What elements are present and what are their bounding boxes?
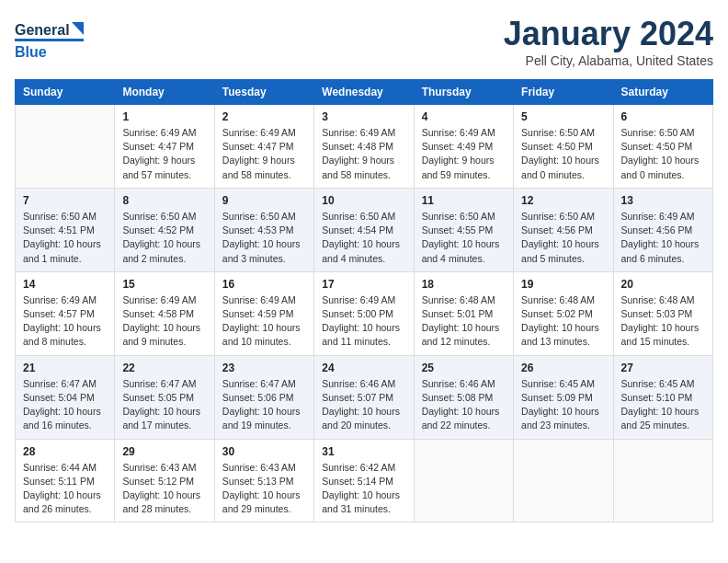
calendar-cell: 9Sunrise: 6:50 AMSunset: 4:53 PMDaylight… <box>214 188 313 271</box>
calendar-cell: 14Sunrise: 6:49 AMSunset: 4:57 PMDayligh… <box>16 271 115 355</box>
calendar-cell: 18Sunrise: 6:48 AMSunset: 5:01 PMDayligh… <box>414 271 513 355</box>
calendar-cell: 4Sunrise: 6:49 AMSunset: 4:49 PMDaylight… <box>414 105 513 189</box>
day-number: 8 <box>122 194 206 207</box>
day-info: Sunrise: 6:46 AMSunset: 5:08 PMDaylight:… <box>422 377 506 433</box>
calendar-cell: 31Sunrise: 6:42 AMSunset: 5:14 PMDayligh… <box>314 439 414 523</box>
day-number: 31 <box>322 445 405 458</box>
calendar-week-row: 1Sunrise: 6:49 AMSunset: 4:47 PMDaylight… <box>16 105 713 189</box>
day-info: Sunrise: 6:50 AMSunset: 4:50 PMDaylight:… <box>621 126 705 182</box>
calendar-header-saturday: Saturday <box>613 80 712 105</box>
calendar-cell: 16Sunrise: 6:49 AMSunset: 4:59 PMDayligh… <box>214 271 313 355</box>
day-info: Sunrise: 6:49 AMSunset: 4:47 PMDaylight:… <box>222 126 306 182</box>
day-number: 14 <box>23 278 107 291</box>
calendar-cell: 5Sunrise: 6:50 AMSunset: 4:50 PMDaylight… <box>514 105 613 189</box>
calendar-cell: 28Sunrise: 6:44 AMSunset: 5:11 PMDayligh… <box>16 439 115 523</box>
calendar-cell <box>414 439 513 523</box>
calendar-cell <box>613 439 712 523</box>
calendar-cell: 8Sunrise: 6:50 AMSunset: 4:52 PMDaylight… <box>115 188 214 271</box>
day-number: 27 <box>621 362 705 374</box>
day-number: 23 <box>222 362 306 374</box>
day-info: Sunrise: 6:49 AMSunset: 5:00 PMDaylight:… <box>322 293 405 350</box>
calendar-header-tuesday: Tuesday <box>214 80 313 105</box>
calendar-cell: 19Sunrise: 6:48 AMSunset: 5:02 PMDayligh… <box>514 271 613 355</box>
day-info: Sunrise: 6:49 AMSunset: 4:57 PMDaylight:… <box>23 293 107 350</box>
day-number: 30 <box>222 445 306 458</box>
calendar-header-wednesday: Wednesday <box>314 80 414 105</box>
svg-marker-1 <box>72 22 84 35</box>
day-info: Sunrise: 6:43 AMSunset: 5:12 PMDaylight:… <box>122 461 206 517</box>
day-info: Sunrise: 6:43 AMSunset: 5:13 PMDaylight:… <box>222 461 306 517</box>
day-number: 18 <box>422 278 506 291</box>
calendar-cell: 3Sunrise: 6:49 AMSunset: 4:48 PMDaylight… <box>314 105 414 189</box>
day-info: Sunrise: 6:50 AMSunset: 4:56 PMDaylight:… <box>521 210 605 266</box>
calendar-cell: 13Sunrise: 6:49 AMSunset: 4:56 PMDayligh… <box>613 188 712 271</box>
day-number: 22 <box>122 362 206 374</box>
day-number: 2 <box>222 110 306 123</box>
calendar-header-monday: Monday <box>115 80 214 105</box>
day-number: 10 <box>322 194 405 207</box>
day-info: Sunrise: 6:45 AMSunset: 5:10 PMDaylight:… <box>621 377 705 433</box>
day-info: Sunrise: 6:50 AMSunset: 4:52 PMDaylight:… <box>122 210 206 266</box>
calendar-cell: 1Sunrise: 6:49 AMSunset: 4:47 PMDaylight… <box>115 105 214 189</box>
day-number: 11 <box>422 194 506 207</box>
day-number: 20 <box>621 278 705 291</box>
day-number: 29 <box>122 445 206 458</box>
calendar-cell: 24Sunrise: 6:46 AMSunset: 5:07 PMDayligh… <box>314 355 414 439</box>
day-info: Sunrise: 6:47 AMSunset: 5:06 PMDaylight:… <box>222 377 306 433</box>
day-number: 7 <box>23 194 107 207</box>
calendar-cell: 2Sunrise: 6:49 AMSunset: 4:47 PMDaylight… <box>214 105 313 189</box>
calendar-cell: 25Sunrise: 6:46 AMSunset: 5:08 PMDayligh… <box>414 355 513 439</box>
day-info: Sunrise: 6:49 AMSunset: 4:56 PMDaylight:… <box>621 210 705 266</box>
page-header: General Blue January 2024 Pell City, Ala… <box>15 15 713 68</box>
day-number: 6 <box>621 110 705 123</box>
calendar-week-row: 28Sunrise: 6:44 AMSunset: 5:11 PMDayligh… <box>16 439 713 523</box>
day-info: Sunrise: 6:50 AMSunset: 4:50 PMDaylight:… <box>521 126 605 182</box>
day-number: 19 <box>521 278 605 291</box>
calendar-cell: 10Sunrise: 6:50 AMSunset: 4:54 PMDayligh… <box>314 188 414 271</box>
day-info: Sunrise: 6:47 AMSunset: 5:05 PMDaylight:… <box>122 377 206 433</box>
day-number: 15 <box>122 278 206 291</box>
day-info: Sunrise: 6:47 AMSunset: 5:04 PMDaylight:… <box>23 377 107 433</box>
day-number: 28 <box>23 445 107 458</box>
day-info: Sunrise: 6:49 AMSunset: 4:48 PMDaylight:… <box>322 126 405 182</box>
calendar-cell: 6Sunrise: 6:50 AMSunset: 4:50 PMDaylight… <box>613 105 712 189</box>
calendar-cell: 20Sunrise: 6:48 AMSunset: 5:03 PMDayligh… <box>613 271 712 355</box>
day-info: Sunrise: 6:50 AMSunset: 4:51 PMDaylight:… <box>23 210 107 266</box>
day-info: Sunrise: 6:45 AMSunset: 5:09 PMDaylight:… <box>521 377 605 433</box>
day-info: Sunrise: 6:46 AMSunset: 5:07 PMDaylight:… <box>322 377 405 433</box>
calendar-cell: 26Sunrise: 6:45 AMSunset: 5:09 PMDayligh… <box>514 355 613 439</box>
calendar-header-row: SundayMondayTuesdayWednesdayThursdayFrid… <box>16 80 713 105</box>
calendar-cell: 29Sunrise: 6:43 AMSunset: 5:12 PMDayligh… <box>115 439 214 523</box>
svg-rect-2 <box>15 39 84 41</box>
day-info: Sunrise: 6:48 AMSunset: 5:01 PMDaylight:… <box>422 293 506 350</box>
day-number: 25 <box>422 362 506 374</box>
calendar-cell: 15Sunrise: 6:49 AMSunset: 4:58 PMDayligh… <box>115 271 214 355</box>
day-info: Sunrise: 6:50 AMSunset: 4:55 PMDaylight:… <box>422 210 506 266</box>
day-number: 13 <box>621 194 705 207</box>
logo-svg: General Blue <box>15 15 97 65</box>
svg-text:General: General <box>15 22 70 38</box>
calendar-cell: 30Sunrise: 6:43 AMSunset: 5:13 PMDayligh… <box>214 439 313 523</box>
day-info: Sunrise: 6:49 AMSunset: 4:49 PMDaylight:… <box>422 126 506 182</box>
calendar-week-row: 7Sunrise: 6:50 AMSunset: 4:51 PMDaylight… <box>16 188 713 271</box>
calendar-table: SundayMondayTuesdayWednesdayThursdayFrid… <box>15 79 713 523</box>
day-number: 4 <box>422 110 506 123</box>
day-number: 21 <box>23 362 107 374</box>
title-block: January 2024 Pell City, Alabama, United … <box>504 15 713 68</box>
calendar-cell: 22Sunrise: 6:47 AMSunset: 5:05 PMDayligh… <box>115 355 214 439</box>
calendar-header-friday: Friday <box>514 80 613 105</box>
day-info: Sunrise: 6:44 AMSunset: 5:11 PMDaylight:… <box>23 461 107 517</box>
day-number: 26 <box>521 362 605 374</box>
day-number: 5 <box>521 110 605 123</box>
calendar-cell: 12Sunrise: 6:50 AMSunset: 4:56 PMDayligh… <box>514 188 613 271</box>
calendar-cell: 17Sunrise: 6:49 AMSunset: 5:00 PMDayligh… <box>314 271 414 355</box>
logo: General Blue <box>15 15 97 65</box>
day-number: 24 <box>322 362 405 374</box>
day-number: 17 <box>322 278 405 291</box>
day-number: 9 <box>222 194 306 207</box>
day-info: Sunrise: 6:49 AMSunset: 4:47 PMDaylight:… <box>122 126 206 182</box>
day-info: Sunrise: 6:50 AMSunset: 4:53 PMDaylight:… <box>222 210 306 266</box>
calendar-cell <box>16 105 115 189</box>
calendar-cell <box>514 439 613 523</box>
day-info: Sunrise: 6:50 AMSunset: 4:54 PMDaylight:… <box>322 210 405 266</box>
